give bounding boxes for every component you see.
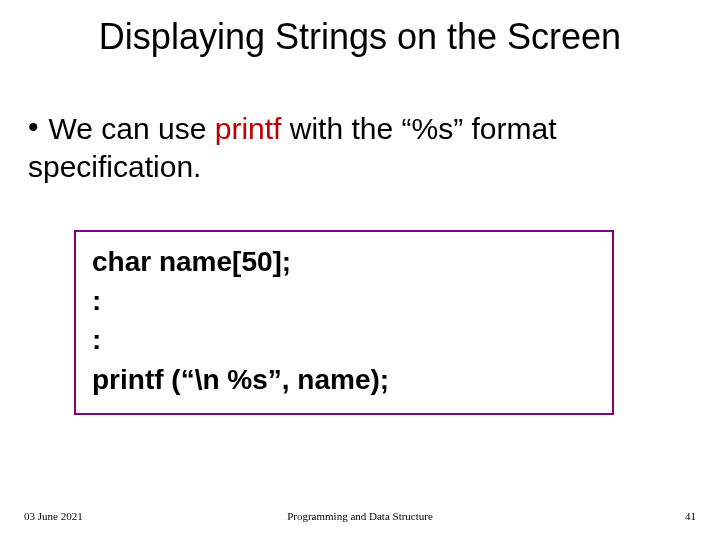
bullet-dot-icon: •: [28, 110, 39, 143]
bullet-text: We can use printf with the “%s” format s…: [28, 112, 557, 183]
footer-course: Programming and Data Structure: [24, 510, 696, 522]
slide-title: Displaying Strings on the Screen: [0, 16, 720, 58]
code-line-2: :: [92, 281, 596, 320]
code-box: char name[50]; : : printf (“\n %s”, name…: [74, 230, 614, 415]
bullet-keyword: printf: [215, 112, 282, 145]
bullet-pre: We can use: [49, 112, 215, 145]
code-line-1: char name[50];: [92, 242, 596, 281]
bullet-item: •We can use printf with the “%s” format …: [28, 110, 710, 185]
footer-page-number: 41: [685, 510, 696, 522]
slide: Displaying Strings on the Screen •We can…: [0, 0, 720, 540]
code-line-4: printf (“\n %s”, name);: [92, 360, 596, 399]
code-line-3: :: [92, 320, 596, 359]
